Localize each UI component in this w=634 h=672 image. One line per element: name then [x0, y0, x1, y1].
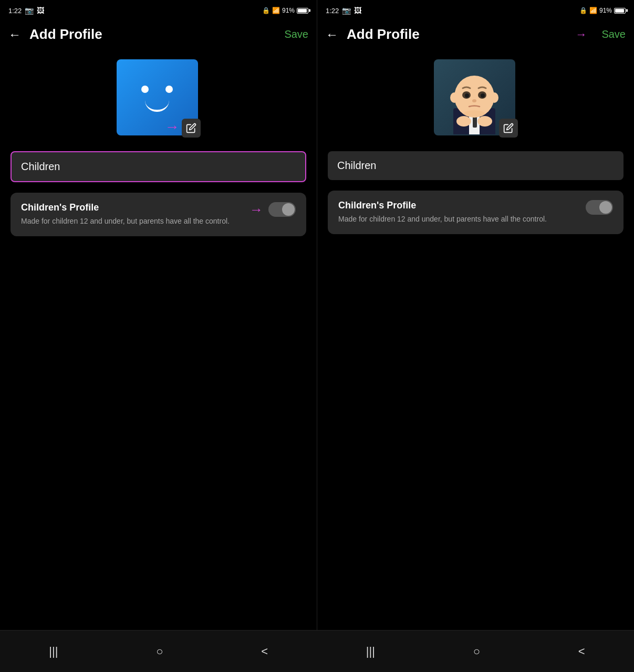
status-right-left: 🔒 📶 91%	[262, 7, 308, 14]
battery-icon-left	[297, 8, 308, 14]
toggle-container-left: →	[268, 202, 296, 217]
profile-card-desc-left: Made for children 12 and under, but pare…	[21, 216, 260, 227]
status-bar-right: 1:22 📷 🖼 🔒 📶 91%	[317, 0, 634, 21]
svg-point-12	[472, 99, 476, 102]
save-button-right[interactable]: Save	[601, 28, 626, 40]
back-button-right[interactable]: ←	[326, 27, 338, 42]
toggle-knob-left	[282, 203, 295, 216]
svg-point-10	[465, 93, 469, 98]
bottom-nav-right: ||| ○ <	[317, 630, 635, 672]
battery-text-left: 91%	[282, 7, 295, 14]
edit-arrow-annotation: →	[165, 119, 180, 135]
profile-card-text-right: Children's Profile Made for children 12 …	[338, 200, 577, 225]
recent-apps-button-right[interactable]: |||	[366, 645, 375, 658]
svg-point-14	[456, 116, 471, 127]
lock-icon-right: 🔒	[579, 7, 587, 14]
name-display-right: Children	[328, 151, 623, 180]
svg-point-11	[481, 93, 485, 98]
screen-left: 1:22 📷 🖼 🔒 📶 91% ← Add Profile Save	[0, 0, 317, 630]
name-input-container-right: Children	[328, 151, 623, 180]
gallery-icon: 🖼	[37, 6, 44, 15]
smile	[145, 100, 169, 112]
profile-card-title-right: Children's Profile	[338, 200, 577, 211]
save-arrow-annotation: →	[575, 28, 587, 41]
status-left-right: 1:22 📷 🖼	[326, 6, 361, 15]
avatar-container-left: →	[117, 59, 201, 141]
profile-card-text-left: Children's Profile Made for children 12 …	[21, 202, 260, 227]
back-nav-button-left[interactable]: <	[261, 645, 268, 658]
lock-icon-left: 🔒	[262, 7, 270, 14]
name-input-container-left	[11, 151, 306, 182]
top-nav-right: ← Add Profile → Save	[317, 21, 634, 51]
home-button-right[interactable]: ○	[473, 645, 480, 658]
profile-card-desc-right: Made for children 12 and under, but pare…	[338, 214, 577, 225]
content-right: Children Children's Profile Made for chi…	[317, 51, 634, 243]
avatar-container-right	[434, 59, 518, 141]
toggle-knob-right	[599, 201, 612, 214]
battery-text-right: 91%	[599, 7, 612, 14]
save-button-left[interactable]: Save	[284, 28, 308, 40]
content-left: → Children's Profile Made for children 1…	[0, 51, 317, 245]
status-right-right: 🔒 📶 91%	[579, 7, 626, 14]
status-bar-left: 1:22 📷 🖼 🔒 📶 91%	[0, 0, 317, 21]
profile-card-title-left: Children's Profile	[21, 202, 260, 213]
wifi-icon-left: 📶	[272, 7, 280, 14]
svg-point-15	[477, 116, 492, 127]
camera-icon: 📷	[25, 6, 34, 15]
toggle-arrow-annotation: →	[250, 202, 263, 218]
page-title-right: Add Profile	[347, 26, 420, 43]
svg-point-13	[464, 110, 485, 117]
back-nav-button-right[interactable]: <	[578, 645, 585, 658]
toggle-container-right	[586, 200, 613, 215]
battery-icon-right	[614, 8, 626, 14]
pencil-icon-left	[186, 123, 196, 133]
screen-right: 1:22 📷 🖼 🔒 📶 91% ← Add Profile → Save	[317, 0, 634, 630]
recent-apps-button-left[interactable]: |||	[49, 645, 58, 658]
profile-card-right: Children's Profile Made for children 12 …	[328, 191, 623, 234]
wifi-icon-right: 📶	[589, 7, 597, 14]
name-input-left[interactable]	[11, 151, 306, 182]
smiley-face	[133, 74, 181, 121]
children-profile-toggle-left[interactable]	[268, 202, 296, 217]
status-left: 1:22 📷 🖼	[8, 6, 44, 15]
time-left: 1:22	[8, 7, 22, 15]
gallery-icon-right: 🖼	[354, 6, 361, 15]
edit-avatar-button-right[interactable]	[499, 119, 518, 138]
svg-point-6	[450, 92, 459, 103]
svg-point-7	[490, 92, 498, 103]
bottom-nav-left: ||| ○ <	[0, 630, 317, 672]
pencil-icon-right	[503, 123, 514, 133]
back-button-left[interactable]: ←	[8, 27, 21, 42]
profile-card-left: Children's Profile Made for children 12 …	[11, 193, 306, 236]
nav-left-right: ← Add Profile	[326, 26, 420, 43]
boss-baby-svg	[440, 61, 508, 134]
camera-icon-right: 📷	[342, 6, 351, 15]
nav-left-left: ← Add Profile	[8, 26, 102, 43]
top-nav-left: ← Add Profile Save	[0, 21, 317, 51]
page-title-left: Add Profile	[29, 26, 102, 43]
edit-avatar-button-left[interactable]	[182, 119, 201, 138]
time-right: 1:22	[326, 7, 339, 15]
bottom-nav-container: ||| ○ < ||| ○ <	[0, 630, 634, 672]
eye-right	[165, 86, 173, 93]
home-button-left[interactable]: ○	[156, 645, 163, 658]
eye-left	[141, 86, 149, 93]
children-profile-toggle-right[interactable]	[586, 200, 613, 215]
save-arrow-container: → Save	[601, 28, 626, 40]
